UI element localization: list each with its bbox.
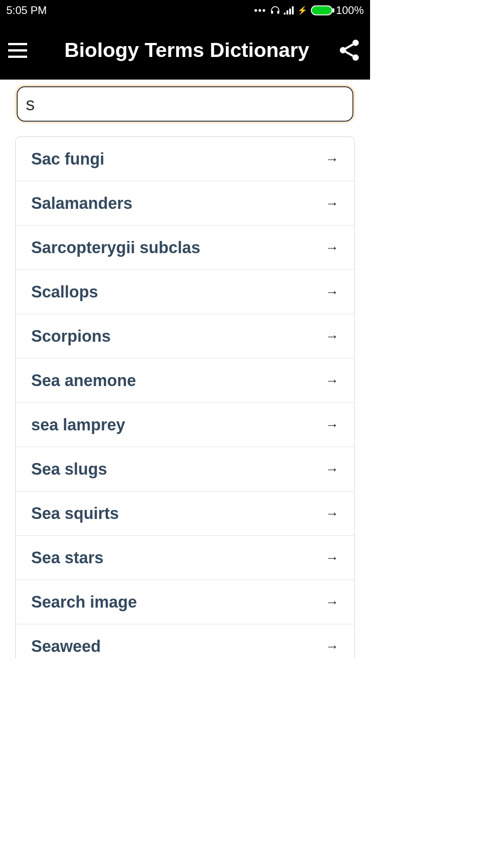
arrow-right-icon: → (325, 462, 339, 477)
page-title: Biology Terms Dictionary (37, 38, 337, 62)
arrow-right-icon: → (325, 284, 339, 300)
list-item-label: Salamanders (31, 194, 132, 213)
svg-point-2 (352, 54, 359, 61)
status-right: ••• ⚡ 100% (254, 4, 364, 17)
hamburger-menu-icon[interactable] (8, 40, 28, 60)
list-item-label: Sea slugs (31, 460, 107, 479)
search-container (0, 80, 370, 137)
list-item-label: Sac fungi (31, 150, 104, 169)
share-icon[interactable] (337, 38, 362, 63)
svg-line-3 (346, 44, 353, 48)
svg-point-1 (340, 47, 346, 53)
status-icons: ••• ⚡ (254, 5, 333, 16)
arrow-right-icon: → (325, 196, 339, 211)
list-item-label: Sea anemone (31, 371, 136, 390)
list-item[interactable]: Scorpions → (16, 314, 354, 359)
list-item[interactable]: Sarcopterygii subclas → (16, 226, 354, 270)
terms-list: Sac fungi → Salamanders → Sarcopterygii … (15, 137, 355, 658)
list-item-label: Scallops (31, 283, 98, 302)
list-item[interactable]: Salamanders → (16, 181, 354, 226)
app-bar: Biology Terms Dictionary (0, 21, 370, 80)
arrow-right-icon: → (325, 329, 339, 344)
headphone-icon (270, 5, 280, 15)
search-input[interactable] (17, 86, 353, 122)
arrow-right-icon: → (325, 594, 339, 610)
list-item-label: Sarcopterygii subclas (31, 238, 200, 257)
status-bar: 5:05 PM ••• ⚡ 100% (0, 0, 370, 21)
arrow-right-icon: → (325, 639, 339, 654)
arrow-right-icon: → (325, 506, 339, 521)
list-item-label: Sea squirts (31, 504, 119, 523)
list-item-label: Scorpions (31, 327, 111, 346)
battery-percent: 100% (336, 4, 364, 17)
status-time: 5:05 PM (6, 4, 47, 17)
list-item[interactable]: Sea slugs → (16, 447, 354, 491)
arrow-right-icon: → (325, 151, 339, 167)
arrow-right-icon: → (325, 240, 339, 255)
list-item[interactable]: Sea stars → (16, 536, 354, 580)
more-icon: ••• (254, 5, 267, 16)
list-item[interactable]: Sea anemone → (16, 359, 354, 403)
list-item[interactable]: Sea squirts → (16, 491, 354, 536)
arrow-right-icon: → (325, 550, 339, 566)
list-item-label: Search image (31, 593, 137, 612)
list-item-label: sea lamprey (31, 415, 125, 434)
arrow-right-icon: → (325, 373, 339, 388)
svg-line-4 (346, 52, 353, 56)
list-item[interactable]: Search image → (16, 580, 354, 624)
battery-icon (311, 5, 333, 15)
charging-icon: ⚡ (297, 5, 307, 15)
svg-point-0 (352, 40, 359, 46)
signal-icon (284, 6, 294, 14)
list-item[interactable]: sea lamprey → (16, 403, 354, 447)
list-item-label: Sea stars (31, 548, 103, 567)
list-item-label: Seaweed (31, 637, 101, 656)
arrow-right-icon: → (325, 417, 339, 433)
list-item[interactable]: Sac fungi → (16, 137, 354, 181)
list-item[interactable]: Scallops → (16, 270, 354, 314)
list-item[interactable]: Seaweed → (16, 624, 354, 658)
